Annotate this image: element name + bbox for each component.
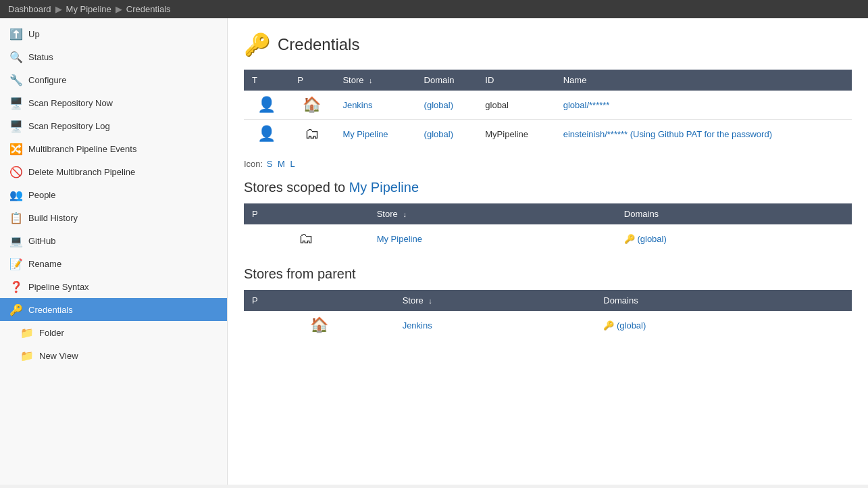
store-link[interactable]: Jenkins <box>342 100 372 110</box>
id-cell: MyPipeline <box>477 120 555 149</box>
breadcrumb-dashboard[interactable]: Dashboard <box>8 4 51 14</box>
page-title-area: 🔑 Credentials <box>244 32 852 57</box>
sidebar-label-configure: Configure <box>28 75 66 85</box>
p-icon: 🏠 <box>303 96 321 113</box>
credentials-icon: 🔑 <box>9 303 23 316</box>
main-content: 🔑 Credentials T P Store ↓ Domain ID Name <box>228 18 868 485</box>
scoped-header-row: P Store ↓ Domains <box>244 203 852 224</box>
icon-size-L[interactable]: L <box>290 159 295 169</box>
col-header-T: T <box>244 70 289 91</box>
p-cell: 🗂 <box>289 120 334 149</box>
table-header-row: T P Store ↓ Domain ID Name <box>244 70 852 91</box>
sidebar-sub-item-folder[interactable]: 📁 Folder <box>0 321 227 344</box>
name-link[interactable]: global/****** <box>563 100 610 110</box>
parent-header-row: P Store ↓ Domains <box>244 290 852 311</box>
name-cell: global/****** <box>555 91 852 120</box>
sidebar-item-configure[interactable]: 🔧 Configure <box>0 68 227 91</box>
scan-repo-now-icon: 🖥️ <box>9 96 23 109</box>
breadcrumb-sep-2: ▶ <box>116 4 122 14</box>
sidebar-label-scan-repo-log: Scan Repository Log <box>28 121 110 131</box>
parent-stores-body: 🏠 Jenkins 🔑 (global) <box>244 311 852 339</box>
parent-store-link[interactable]: Jenkins <box>403 320 432 331</box>
name-link[interactable]: einsteinish/****** (Using Github PAT for… <box>563 129 772 139</box>
table-row: 👤 🏠 Jenkins (global) global global/*****… <box>244 91 852 120</box>
sidebar-label-new-view: New View <box>39 351 78 361</box>
build-history-icon: 📋 <box>9 211 23 224</box>
scan-repo-log-icon: 🖥️ <box>9 119 23 132</box>
parent-store-sort-arrow: ↓ <box>428 297 432 305</box>
sidebar-item-scan-repo-now[interactable]: 🖥️ Scan Repository Now <box>0 91 227 114</box>
parent-domains-cell: 🔑 (global) <box>595 311 852 339</box>
layout: ⬆️ Up 🔍 Status 🔧 Configure 🖥️ Scan Repos… <box>0 18 868 485</box>
credentials-table-body: 👤 🏠 Jenkins (global) global global/*****… <box>244 91 852 148</box>
sidebar-item-github[interactable]: 💻 GitHub <box>0 229 227 252</box>
col-header-Store[interactable]: Store ↓ <box>334 70 415 91</box>
list-item: 🗂 My Pipeline 🔑 (global) <box>244 224 852 253</box>
scoped-store-cell: My Pipeline <box>369 224 616 253</box>
sidebar-item-rename[interactable]: 📝 Rename <box>0 252 227 275</box>
sidebar-label-build-history: Build History <box>28 213 78 223</box>
scoped-store-sort-arrow: ↓ <box>403 210 407 218</box>
table-row: 👤 🗂 My Pipeline (global) MyPipeline eins… <box>244 120 852 149</box>
breadcrumb-pipeline[interactable]: My Pipeline <box>66 4 111 14</box>
sidebar-label-status: Status <box>28 52 53 62</box>
people-icon: 👥 <box>9 188 23 201</box>
scoped-col-P: P <box>244 203 369 224</box>
page-title-icon: 🔑 <box>244 32 271 57</box>
multibranch-events-icon: 🔀 <box>9 142 23 155</box>
store-link[interactable]: My Pipeline <box>342 129 388 139</box>
id-cell: global <box>477 91 555 120</box>
parent-col-Store[interactable]: Store ↓ <box>394 290 596 311</box>
breadcrumb-sep-1: ▶ <box>55 4 62 14</box>
sidebar-item-multibranch-events[interactable]: 🔀 Multibranch Pipeline Events <box>0 137 227 160</box>
scoped-store-link[interactable]: My Pipeline <box>377 234 422 244</box>
scoped-stores-table: P Store ↓ Domains 🗂 My Pipeline 🔑 (globa… <box>244 203 852 253</box>
credentials-table: T P Store ↓ Domain ID Name 👤 🏠 Jenkins (… <box>244 70 852 148</box>
sidebar-item-pipeline-syntax[interactable]: ❓ Pipeline Syntax <box>0 275 227 298</box>
name-cell: einsteinish/****** (Using Github PAT for… <box>555 120 852 149</box>
sidebar-item-credentials[interactable]: 🔑 Credentials <box>0 298 227 321</box>
icon-size-S[interactable]: S <box>267 159 273 169</box>
scoped-col-Store[interactable]: Store ↓ <box>369 203 616 224</box>
new-view-icon: 📁 <box>20 349 34 362</box>
parent-store-cell: Jenkins <box>394 311 596 339</box>
domain-link[interactable]: (global) <box>424 129 453 139</box>
sidebar-item-scan-repo-log[interactable]: 🖥️ Scan Repository Log <box>0 114 227 137</box>
sidebar-item-status[interactable]: 🔍 Status <box>0 45 227 68</box>
scoped-domains-cell: 🔑 (global) <box>616 224 852 253</box>
sidebar-label-scan-repo-now: Scan Repository Now <box>28 98 113 108</box>
sidebar-label-credentials: Credentials <box>28 305 73 315</box>
scoped-section-link[interactable]: My Pipeline <box>349 180 419 195</box>
sidebar-item-up[interactable]: ⬆️ Up <box>0 22 227 45</box>
sidebar-label-rename: Rename <box>28 259 61 269</box>
t-icon: 👤 <box>257 125 276 142</box>
parent-domain-link[interactable]: 🔑 (global) <box>603 320 646 331</box>
col-header-Domain: Domain <box>416 70 478 91</box>
store-sort-arrow: ↓ <box>369 76 373 84</box>
configure-icon: 🔧 <box>9 73 23 87</box>
domain-link[interactable]: (global) <box>424 100 453 110</box>
sidebar-item-build-history[interactable]: 📋 Build History <box>0 206 227 229</box>
icon-label: Icon: <box>244 159 263 169</box>
parent-col-P: P <box>244 290 394 311</box>
icon-size-M[interactable]: M <box>278 159 285 169</box>
sidebar-sub-item-new-view[interactable]: 📁 New View <box>0 344 227 367</box>
scoped-domain-link[interactable]: 🔑 (global) <box>624 234 667 244</box>
store-cell: My Pipeline <box>334 120 415 149</box>
sidebar-item-delete-multibranch[interactable]: 🚫 Delete Multibranch Pipeline <box>0 160 227 183</box>
t-icon: 👤 <box>257 96 276 113</box>
pipeline-syntax-icon: ❓ <box>9 280 23 293</box>
col-header-Name: Name <box>555 70 852 91</box>
status-icon: 🔍 <box>9 50 23 64</box>
scoped-stores-body: 🗂 My Pipeline 🔑 (global) <box>244 224 852 253</box>
col-header-ID: ID <box>477 70 555 91</box>
scoped-section-heading: Stores scoped to My Pipeline <box>244 180 852 195</box>
sidebar-item-people[interactable]: 👥 People <box>0 183 227 206</box>
list-item: 🏠 Jenkins 🔑 (global) <box>244 311 852 339</box>
sidebar-label-people: People <box>28 190 55 200</box>
folder-icon: 📁 <box>20 326 34 339</box>
parent-section-heading: Stores from parent <box>244 266 852 282</box>
topbar: Dashboard ▶ My Pipeline ▶ Credentials <box>0 0 868 18</box>
t-cell: 👤 <box>244 91 289 120</box>
p-cell: 🏠 <box>289 91 334 120</box>
